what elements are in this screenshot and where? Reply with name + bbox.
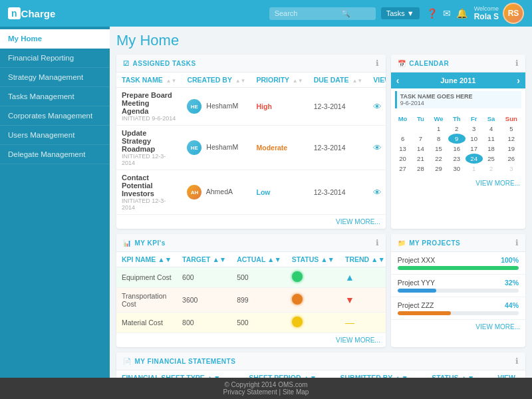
main-container: My Home Financial Reporting Strategy Man… bbox=[0, 27, 532, 378]
search-input[interactable] bbox=[275, 9, 341, 17]
cal-day-cell[interactable]: 23 bbox=[448, 154, 466, 164]
project-name-row: Project ZZZ 44% bbox=[398, 301, 519, 309]
cal-day-cell[interactable]: 24 bbox=[466, 154, 483, 164]
cal-day-cell[interactable] bbox=[412, 124, 429, 134]
task-cell-name: Contact Potential Investors INITIATED 12… bbox=[116, 170, 182, 215]
help-icon[interactable]: ❓ bbox=[426, 8, 438, 19]
sidebar-item-users-management[interactable]: Users Management bbox=[0, 126, 110, 145]
cal-day-cell[interactable]: 9 bbox=[448, 134, 466, 144]
cal-day-cell[interactable]: 21 bbox=[412, 154, 429, 164]
cal-day-cell[interactable]: 1 bbox=[466, 164, 483, 174]
kpi-col-name: KPI NAME ▲▼ bbox=[116, 252, 177, 267]
view-icon[interactable]: 👁 bbox=[373, 188, 382, 198]
sitemap-link[interactable]: Site Map bbox=[283, 388, 309, 396]
cal-day-cell[interactable]: 16 bbox=[448, 144, 466, 154]
kpi-cell-status bbox=[287, 267, 340, 288]
project-name-row: Project YYY 32% bbox=[398, 279, 519, 287]
sidebar-item-corporates-management[interactable]: Corporates Management bbox=[0, 106, 110, 126]
view-icon[interactable]: 👁 bbox=[373, 143, 382, 153]
cal-day-cell[interactable]: 3 bbox=[466, 124, 483, 134]
cal-day-cell[interactable]: 1 bbox=[429, 124, 448, 134]
cal-day-cell[interactable]: 2 bbox=[483, 164, 500, 174]
cal-day-cell[interactable]: 8 bbox=[429, 134, 448, 144]
cal-day-cell[interactable]: 2 bbox=[448, 124, 466, 134]
fin-icon: 📄 bbox=[123, 358, 132, 365]
fin-col-type: FINANCIAL SHEET TYPE ▲▼ bbox=[116, 370, 243, 378]
table-row: Transportation Cost 3600 899 ▼ 👁 bbox=[116, 288, 386, 313]
task-cell-view[interactable]: 👁 bbox=[368, 170, 385, 215]
tasks-view-more[interactable]: VIEW MORE... bbox=[116, 215, 386, 229]
sidebar-item-tasks-management[interactable]: Tasks Management bbox=[0, 87, 110, 106]
creator-avatar: AH bbox=[187, 185, 201, 200]
task-cell-view[interactable]: 👁 bbox=[368, 88, 385, 126]
calendar-info-icon[interactable]: ℹ bbox=[515, 59, 519, 68]
chevron-down-icon: ▼ bbox=[407, 9, 414, 17]
cal-day-cell[interactable]: 14 bbox=[412, 144, 429, 154]
kpi-cell-target: 600 bbox=[177, 267, 231, 288]
cal-day-cell[interactable]: 5 bbox=[500, 124, 523, 134]
cal-day-cell[interactable]: 11 bbox=[483, 134, 500, 144]
cal-day-cell[interactable]: 10 bbox=[466, 134, 483, 144]
cal-view-more[interactable]: VIEW MORE... bbox=[391, 176, 525, 190]
cal-day-cell[interactable]: 26 bbox=[500, 154, 523, 164]
cal-day-cell[interactable]: 25 bbox=[483, 154, 500, 164]
cal-day-cell[interactable]: 30 bbox=[448, 164, 466, 174]
bell-icon[interactable]: 🔔 bbox=[456, 8, 467, 19]
kpi-cell-trend: ▼ bbox=[340, 288, 386, 313]
cal-day-cell[interactable]: 22 bbox=[429, 154, 448, 164]
mail-icon[interactable]: ✉ bbox=[443, 8, 451, 19]
cal-day-cell[interactable]: 12 bbox=[500, 134, 523, 144]
cal-day-cell[interactable]: 17 bbox=[466, 144, 483, 154]
cal-day-cell[interactable]: 29 bbox=[429, 164, 448, 174]
view-icon[interactable]: 👁 bbox=[373, 102, 382, 112]
cal-day-cell[interactable]: 20 bbox=[394, 154, 412, 164]
content-area: My Home ☑ ASSIGNED TASKS ℹ TASK NAME ▲▼ bbox=[110, 27, 532, 378]
cal-day-cell[interactable]: 19 bbox=[500, 144, 523, 154]
projects-view-more[interactable]: VIEW MORE... bbox=[391, 320, 525, 334]
task-cell-name: Prepare Board Meeting Agenda INITIATED 9… bbox=[116, 88, 182, 126]
table-row: Prepare Board Meeting Agenda INITIATED 9… bbox=[116, 88, 386, 126]
cal-day-cell[interactable]: 4 bbox=[483, 124, 500, 134]
cal-day-cell[interactable]: 7 bbox=[412, 134, 429, 144]
fin-header: 📄 MY FINANCIAL STATEMENTS ℹ bbox=[116, 352, 525, 370]
logo-text: Charge bbox=[21, 8, 56, 19]
cal-day-cell[interactable]: 27 bbox=[394, 164, 412, 174]
welcome-block: Welcome Rola S RS bbox=[474, 3, 524, 24]
cal-prev-btn[interactable]: ‹ bbox=[396, 75, 400, 86]
cal-day-cell[interactable]: 15 bbox=[429, 144, 448, 154]
kpi-cell-actual: 500 bbox=[231, 313, 287, 333]
sidebar-item-my-home[interactable]: My Home bbox=[0, 29, 110, 49]
kpi-view-more[interactable]: VIEW MORE... bbox=[116, 333, 386, 347]
progress-fill bbox=[398, 289, 436, 293]
list-item: Project XXX 100% bbox=[391, 252, 525, 275]
projects-title: 📁 MY PROJECTS bbox=[398, 239, 461, 247]
trend-icon: — bbox=[345, 317, 354, 328]
cal-day-cell[interactable]: 18 bbox=[483, 144, 500, 154]
sidebar: My Home Financial Reporting Strategy Man… bbox=[0, 27, 110, 378]
trend-icon: ▲ bbox=[345, 272, 354, 283]
fin-info-icon[interactable]: ℹ bbox=[515, 356, 519, 366]
assigned-tasks-info-icon[interactable]: ℹ bbox=[376, 59, 379, 68]
cal-day-cell[interactable] bbox=[394, 124, 412, 134]
kpi-icon: 📊 bbox=[123, 239, 132, 247]
projects-info-icon[interactable]: ℹ bbox=[515, 238, 519, 247]
tasks-button[interactable]: Tasks ▼ bbox=[381, 7, 420, 19]
search-bar[interactable]: 🔍 bbox=[269, 7, 376, 20]
sidebar-item-strategy-management[interactable]: Strategy Management bbox=[0, 68, 110, 87]
privacy-link[interactable]: Privacy Statement bbox=[223, 388, 277, 396]
sidebar-item-financial-reporting[interactable]: Financial Reporting bbox=[0, 49, 110, 68]
kpis-info-icon[interactable]: ℹ bbox=[376, 238, 379, 247]
task-cell-view[interactable]: 👁 bbox=[368, 126, 385, 170]
cal-day-cell[interactable]: 13 bbox=[394, 144, 412, 154]
cal-day-cell[interactable]: 6 bbox=[394, 134, 412, 144]
footer: © Copyright 2014 OMS.com Privacy Stateme… bbox=[0, 378, 532, 399]
fin-title: 📄 MY FINANCIAL STATEMENTS bbox=[123, 358, 235, 365]
table-row: Material Cost 800 500 — 👁 bbox=[116, 313, 386, 333]
creator-avatar: HE bbox=[187, 140, 201, 155]
kpi-col-target: TARGET ▲▼ bbox=[177, 252, 231, 267]
cal-day-cell[interactable]: 3 bbox=[500, 164, 523, 174]
cal-day-cell[interactable]: 28 bbox=[412, 164, 429, 174]
cal-next-btn[interactable]: › bbox=[517, 75, 520, 86]
fin-col-status: STATUS ▲▼ bbox=[426, 370, 492, 378]
sidebar-item-delegate-management[interactable]: Delegate Management bbox=[0, 145, 110, 164]
